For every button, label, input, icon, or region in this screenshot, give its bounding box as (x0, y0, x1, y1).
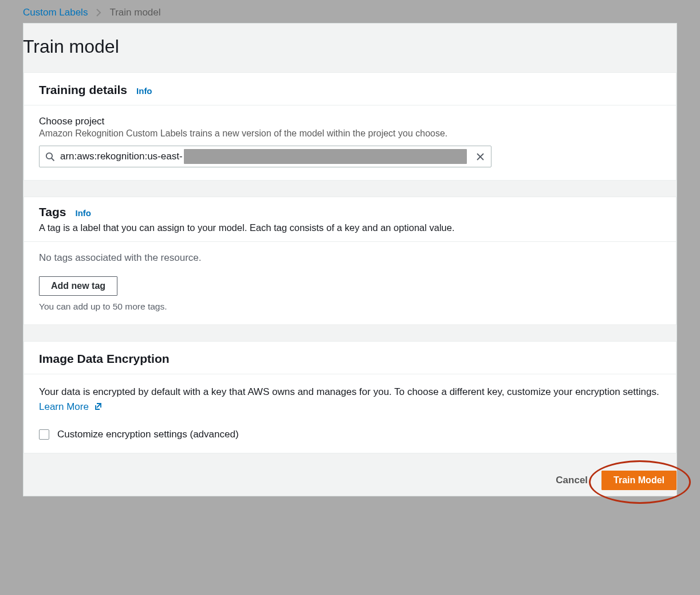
search-icon (40, 146, 60, 167)
tags-info-link[interactable]: Info (75, 208, 91, 218)
add-new-tag-button[interactable]: Add new tag (39, 276, 117, 296)
panel-tags: Tags Info A tag is a label that you can … (23, 197, 677, 325)
page-title: Train model (23, 24, 677, 72)
external-link-icon (94, 402, 103, 411)
choose-project-label: Choose project (39, 116, 661, 127)
choose-project-hint: Amazon Rekognition Custom Labels trains … (39, 128, 661, 139)
training-heading: Training details (39, 83, 127, 97)
encryption-text: Your data is encrypted by default with a… (39, 385, 661, 415)
project-value-redacted (184, 149, 467, 164)
tags-empty-text: No tags associated with the resource. (39, 252, 661, 264)
breadcrumb: Custom Labels Train model (0, 0, 700, 23)
svg-line-1 (52, 158, 54, 161)
training-info-link[interactable]: Info (136, 86, 152, 96)
customize-encryption-row[interactable]: Customize encryption settings (advanced) (39, 429, 661, 440)
breadcrumb-current: Train model (109, 7, 160, 18)
learn-more-label: Learn More (39, 401, 89, 412)
clear-icon[interactable] (469, 146, 491, 167)
breadcrumb-root-link[interactable]: Custom Labels (23, 7, 88, 18)
panel-header-training: Training details Info (24, 73, 676, 105)
form-footer: Cancel Train Model (23, 460, 677, 496)
encryption-text-body: Your data is encrypted by default with a… (39, 386, 659, 397)
learn-more-link[interactable]: Learn More (39, 401, 103, 412)
encryption-heading: Image Data Encryption (39, 352, 170, 366)
panel-header-encryption: Image Data Encryption (24, 342, 676, 374)
chevron-right-icon (96, 9, 101, 17)
project-value-visible: arn:aws:rekognition:us-east- (60, 146, 184, 167)
customize-encryption-label: Customize encryption settings (advanced) (57, 429, 239, 440)
page-container: Train model Training details Info Choose… (23, 23, 677, 496)
panel-encryption: Image Data Encryption Your data is encry… (23, 341, 677, 453)
tags-limit-hint: You can add up to 50 more tags. (39, 302, 661, 312)
panel-training-details: Training details Info Choose project Ama… (23, 72, 677, 181)
checkbox-icon[interactable] (39, 429, 49, 440)
project-select[interactable]: arn:aws:rekognition:us-east- (39, 146, 491, 167)
svg-point-0 (46, 152, 52, 158)
tags-description: A tag is a label that you can assign to … (39, 222, 661, 233)
tags-heading: Tags (39, 205, 66, 219)
train-model-button[interactable]: Train Model (601, 471, 677, 490)
panel-header-tags: Tags Info A tag is a label that you can … (24, 197, 676, 242)
cancel-button[interactable]: Cancel (556, 475, 588, 486)
